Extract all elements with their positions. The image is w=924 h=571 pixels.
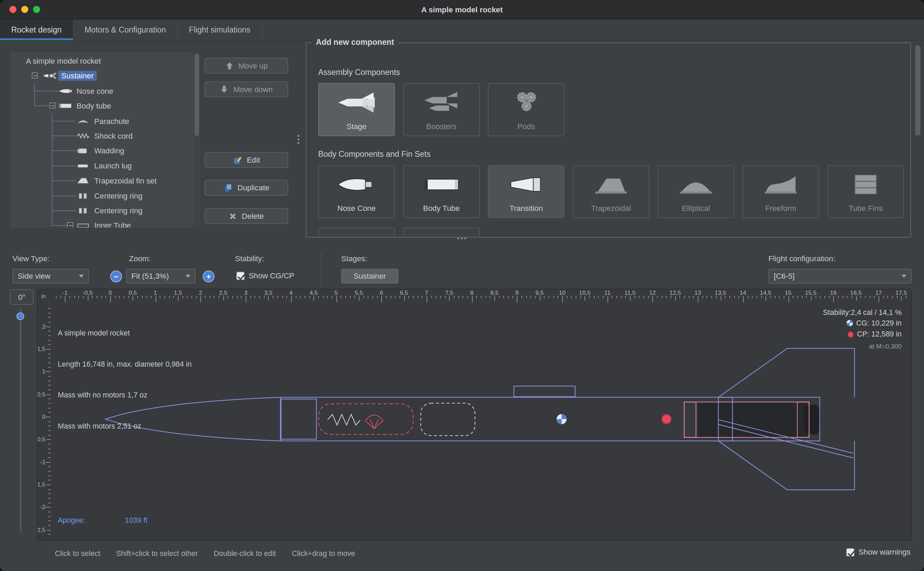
ruler-tick xyxy=(205,296,206,298)
component-tree[interactable]: A simple model rocketSustainerNose coneB… xyxy=(10,52,200,227)
ruler-tick xyxy=(106,296,106,298)
component-button-label: Nose Cone xyxy=(319,204,394,213)
close-window-button[interactable] xyxy=(9,6,17,13)
ruler-tick xyxy=(48,444,51,445)
ruler-tick xyxy=(689,296,690,298)
edit-button[interactable]: Edit xyxy=(205,152,288,168)
tree-item-centering-ring[interactable]: Centering ring xyxy=(94,191,143,201)
flight-configuration-select[interactable]: [C6-5] xyxy=(768,269,911,284)
ruler-tick xyxy=(305,296,305,298)
view-type-select[interactable]: Side view xyxy=(12,269,89,284)
component-button-clipped[interactable] xyxy=(318,228,395,238)
zoom-out-button[interactable]: − xyxy=(110,270,122,282)
component-button-freeform: Freeform xyxy=(742,165,819,218)
tab-flight-simulations[interactable]: Flight simulations xyxy=(178,20,262,40)
ruler-tick xyxy=(250,296,251,298)
zoom-select[interactable]: Fit (51,3%) xyxy=(126,269,196,284)
ruler-tick xyxy=(504,296,504,298)
tree-item-nose-cone[interactable]: Nose cone xyxy=(77,86,113,96)
ruler-tick xyxy=(838,296,838,298)
tree-item-parachute[interactable]: Parachute xyxy=(94,116,129,126)
status-hint: Shift+click to select other xyxy=(116,549,198,558)
ruler-label: 15,5 xyxy=(805,289,816,296)
shock-cord-line[interactable] xyxy=(328,415,360,425)
component-button-nose-cone[interactable]: Nose Cone xyxy=(318,165,395,218)
ruler-label: 5,5 xyxy=(355,289,363,296)
tree-item-a-simple-model-rocket[interactable]: A simple model rocket xyxy=(26,56,101,66)
tree-expander-toggle[interactable] xyxy=(49,103,55,108)
move-up-button[interactable]: Move up xyxy=(205,58,288,74)
tree-item-trapezoidal-fin-set[interactable]: Trapezoidal fin set xyxy=(94,176,157,185)
ruler-tick xyxy=(115,296,116,298)
ruler-tick xyxy=(137,296,138,298)
motor-nozzle[interactable] xyxy=(804,405,820,434)
move-down-button[interactable]: Move down xyxy=(205,82,288,97)
wadding-outline[interactable] xyxy=(420,403,475,436)
component-button-clipped[interactable] xyxy=(403,228,480,238)
minimize-window-button[interactable] xyxy=(21,6,28,13)
tree-item-shock-cord[interactable]: Shock cord xyxy=(94,131,133,141)
parachute-symbol xyxy=(365,415,383,429)
parachute-outline[interactable] xyxy=(319,404,413,435)
panel-splitter-handle[interactable] xyxy=(298,135,299,144)
ruler-tick xyxy=(752,296,753,298)
add-component-panel: Assembly Components StageBoostersPods Bo… xyxy=(306,42,911,238)
ruler-tick xyxy=(48,426,51,426)
stage-toggle-sustainer[interactable]: Sustainer xyxy=(341,269,398,284)
ruler-label: 8,5 xyxy=(490,289,499,296)
ruler-tick xyxy=(494,296,495,301)
show-warnings-checkbox[interactable]: Show warnings xyxy=(846,548,910,557)
tree-item-wadding[interactable]: Wadding xyxy=(94,146,125,156)
tree-connector xyxy=(52,150,76,151)
ruler-tick xyxy=(404,296,405,301)
ruler-label: 2 xyxy=(199,289,202,296)
ruler-tick xyxy=(354,296,355,298)
horizontal-splitter-handle[interactable] xyxy=(457,238,466,239)
ruler-tick xyxy=(223,296,224,301)
tree-item-inner-tube[interactable]: Inner Tube xyxy=(94,221,131,228)
ruler-tick xyxy=(169,296,170,298)
ruler-tick xyxy=(445,296,445,298)
tree-item-launch-lug[interactable]: Launch lug xyxy=(94,161,132,171)
component-button-stage[interactable]: Stage xyxy=(318,83,395,136)
ruler-tick xyxy=(788,296,789,302)
body-components-row: Nose ConeBody TubeTransitionTrapezoidalE… xyxy=(318,165,904,218)
ruler-tick xyxy=(811,296,812,301)
ruler-label: 0,5 xyxy=(129,289,137,296)
tree-item-centering-ring[interactable]: Centering ring xyxy=(94,206,143,216)
show-cgcp-checkbox[interactable]: Show CG/CP xyxy=(236,271,294,280)
component-button-body-tube[interactable]: Body Tube xyxy=(403,165,480,218)
component-button-label: Transition xyxy=(488,204,564,213)
cg-text: CG: 10,229 in xyxy=(856,319,902,327)
delete-button[interactable]: Delete xyxy=(205,208,288,224)
ruler-tick xyxy=(725,296,725,298)
ruler-tick xyxy=(56,296,57,298)
tab-rocket-design[interactable]: Rocket design xyxy=(0,20,73,40)
tree-expander-toggle[interactable] xyxy=(32,73,38,79)
clipped-components-row xyxy=(318,228,480,238)
duplicate-button[interactable]: Duplicate xyxy=(205,180,288,196)
zoom-window-button[interactable] xyxy=(33,6,40,13)
panel-scrollbar[interactable] xyxy=(915,46,920,136)
ruler-tick xyxy=(160,296,160,298)
component-button-transition[interactable]: Transition xyxy=(488,165,565,218)
ruler-tick xyxy=(820,296,821,298)
tab-motors-configuration[interactable]: Motors & Configuration xyxy=(73,20,178,40)
ruler-tick xyxy=(48,353,51,354)
ruler-tick xyxy=(146,296,147,298)
ruler-tick xyxy=(48,313,51,313)
ruler-tick xyxy=(743,296,744,302)
zoom-in-button[interactable]: + xyxy=(203,270,214,282)
rocket-canvas[interactable]: -1-0,500,511,522,533,544,555,566,577,588… xyxy=(37,289,911,540)
motor[interactable] xyxy=(698,403,807,437)
rotation-slider-thumb[interactable] xyxy=(17,313,24,320)
ruler-tick xyxy=(603,296,604,298)
flight-data-block: Apogee:1039 ft Max. velocity:311 ft/s (M… xyxy=(58,495,196,540)
tree-item-body-tube[interactable]: Body tube xyxy=(77,101,111,111)
ruler-tick xyxy=(711,296,712,298)
tree-item-sustainer[interactable]: Sustainer xyxy=(58,71,97,81)
rotation-slider[interactable] xyxy=(20,309,21,532)
component-button-label: Trapezoidal xyxy=(573,204,648,213)
tree-scrollbar[interactable] xyxy=(194,52,200,227)
tree-expander-toggle[interactable] xyxy=(67,222,73,227)
